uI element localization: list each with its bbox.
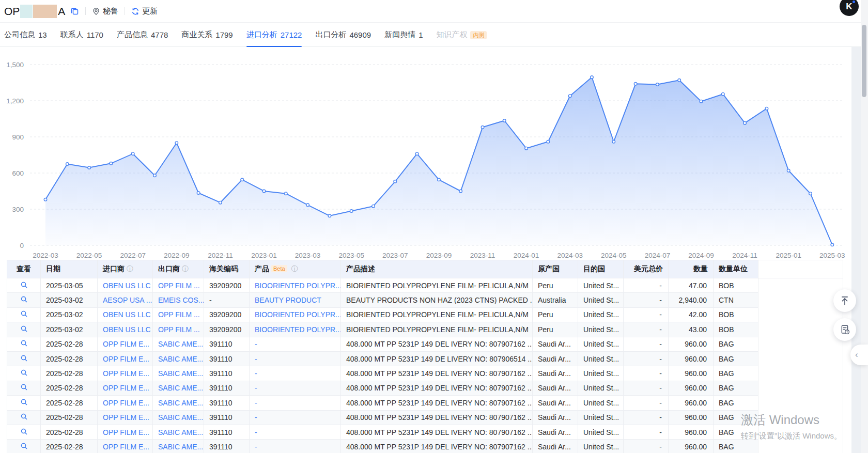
cell-importer-link[interactable]: OBEN US LLC	[98, 278, 153, 293]
cell-exporter-link[interactable]: OPP FILM ...	[153, 322, 204, 337]
row-view-button[interactable]	[7, 396, 41, 410]
tab-商业关系[interactable]: 商业关系1799	[181, 23, 233, 47]
cell-importer-link[interactable]: OPP FILM E...	[98, 440, 153, 453]
report-feedback-button[interactable]	[833, 318, 856, 341]
info-icon[interactable]: ⓘ	[127, 265, 133, 273]
row-view-button[interactable]	[7, 293, 41, 307]
tab-产品信息[interactable]: 产品信息4778	[117, 23, 168, 47]
row-view-button[interactable]	[7, 307, 41, 322]
row-view-button[interactable]	[7, 440, 41, 453]
data-point[interactable]	[350, 210, 353, 213]
cell-exporter-link[interactable]: SABIC AME...	[153, 410, 204, 425]
scrollbar-thumb[interactable]	[862, 25, 866, 97]
cell-importer-link[interactable]: OPP FILM E...	[98, 351, 153, 366]
row-view-button[interactable]	[7, 381, 41, 395]
cell-importer-link[interactable]: OBEN US LLC	[98, 322, 153, 337]
cell-exporter-link[interactable]: OPP FILM ...	[153, 307, 204, 322]
data-point[interactable]	[415, 152, 419, 155]
info-icon[interactable]: ⓘ	[182, 265, 189, 273]
row-view-button[interactable]	[7, 366, 41, 381]
data-point[interactable]	[787, 169, 790, 173]
data-point[interactable]	[153, 174, 157, 177]
vertical-scrollbar[interactable]	[861, 0, 868, 453]
cell-product-link[interactable]: -	[250, 396, 341, 410]
data-point[interactable]	[612, 140, 615, 144]
data-point[interactable]	[591, 76, 594, 79]
cell-exporter-link[interactable]: SABIC AME...	[153, 366, 204, 381]
data-point[interactable]	[481, 126, 484, 129]
data-point[interactable]	[656, 83, 659, 86]
data-point[interactable]	[634, 83, 637, 86]
cell-exporter-link[interactable]: SABIC AME...	[153, 337, 204, 351]
cell-exporter-link[interactable]: SABIC AME...	[153, 351, 204, 366]
cell-exporter-link[interactable]: SABIC AME...	[153, 396, 204, 410]
data-point[interactable]	[503, 119, 506, 122]
data-point[interactable]	[831, 243, 834, 246]
row-view-button[interactable]	[7, 278, 41, 293]
cell-importer-link[interactable]: OPP FILM E...	[98, 425, 153, 439]
data-point[interactable]	[44, 198, 47, 201]
data-point[interactable]	[175, 142, 178, 145]
data-point[interactable]	[743, 121, 747, 124]
tab-联系人[interactable]: 联系人1170	[60, 23, 103, 47]
data-point[interactable]	[131, 152, 134, 155]
cell-importer-link[interactable]: OPP FILM E...	[98, 337, 153, 351]
data-point[interactable]	[765, 107, 768, 110]
cell-product-link[interactable]: -	[250, 381, 341, 395]
row-view-button[interactable]	[7, 351, 41, 366]
data-point[interactable]	[568, 95, 571, 98]
cell-product-link[interactable]: BIOORIENTED POLYPR...	[250, 278, 341, 293]
extension-logo-badge[interactable]: K	[840, 0, 859, 16]
tab-出口分析[interactable]: 出口分析46909	[315, 23, 371, 47]
cell-importer-link[interactable]: OPP FILM E...	[98, 381, 153, 395]
data-point[interactable]	[219, 201, 222, 204]
cell-exporter-link[interactable]: SABIC AME...	[153, 381, 204, 395]
cell-importer-link[interactable]: AESOP USA ...	[98, 293, 153, 307]
tab-进口分析[interactable]: 进口分析27122	[246, 23, 302, 47]
cell-exporter-link[interactable]: OPP FILM ...	[153, 278, 204, 293]
row-view-button[interactable]	[7, 410, 41, 425]
cell-importer-link[interactable]: OPP FILM E...	[98, 396, 153, 410]
cell-product-link[interactable]: -	[250, 351, 341, 366]
row-view-button[interactable]	[7, 425, 41, 439]
side-panel-collapse-handle[interactable]: ‹	[850, 345, 868, 365]
data-point[interactable]	[241, 178, 244, 181]
cell-importer-link[interactable]: OBEN US LLC	[98, 307, 153, 322]
cell-importer-link[interactable]: OPP FILM E...	[98, 366, 153, 381]
data-point[interactable]	[110, 162, 113, 165]
cell-exporter-link[interactable]: SABIC AME...	[153, 425, 204, 439]
cell-product-link[interactable]: BIOORIENTED POLYPR...	[250, 307, 341, 322]
data-point[interactable]	[438, 178, 441, 181]
data-point[interactable]	[66, 163, 69, 166]
cell-importer-link[interactable]: OPP FILM E...	[98, 410, 153, 425]
data-point[interactable]	[306, 204, 309, 207]
data-point[interactable]	[372, 205, 375, 208]
data-point[interactable]	[459, 190, 462, 193]
tab-新闻舆情[interactable]: 新闻舆情1	[384, 23, 423, 47]
data-point[interactable]	[525, 147, 528, 150]
data-point[interactable]	[809, 192, 812, 195]
cell-exporter-link[interactable]: EMEIS COS...	[153, 293, 204, 307]
row-view-button[interactable]	[7, 322, 41, 337]
data-point[interactable]	[328, 214, 331, 217]
area-chart-canvas[interactable]: 03006009001,2001,5002022-032022-052022-0…	[0, 47, 847, 260]
tab-公司信息[interactable]: 公司信息13	[4, 23, 47, 47]
data-point[interactable]	[285, 192, 288, 195]
tab-知识产权[interactable]: 知识产权内测	[436, 23, 487, 47]
cell-product-link[interactable]: -	[250, 410, 341, 425]
copy-icon[interactable]	[70, 7, 79, 15]
data-point[interactable]	[547, 140, 550, 144]
cell-product-link[interactable]: -	[250, 337, 341, 351]
data-point[interactable]	[678, 79, 681, 82]
cell-product-link[interactable]: -	[250, 425, 341, 439]
data-point[interactable]	[394, 180, 397, 183]
data-point[interactable]	[700, 100, 703, 103]
update-button[interactable]: 更新	[131, 6, 158, 16]
data-point[interactable]	[197, 192, 200, 195]
data-point[interactable]	[262, 190, 266, 193]
row-view-button[interactable]	[7, 337, 41, 351]
cell-product-link[interactable]: BIOORIENTED POLYPR...	[250, 322, 341, 337]
cell-product-link[interactable]: -	[250, 440, 341, 453]
info-icon[interactable]: ⓘ	[291, 265, 298, 273]
cell-product-link[interactable]: -	[250, 366, 341, 381]
